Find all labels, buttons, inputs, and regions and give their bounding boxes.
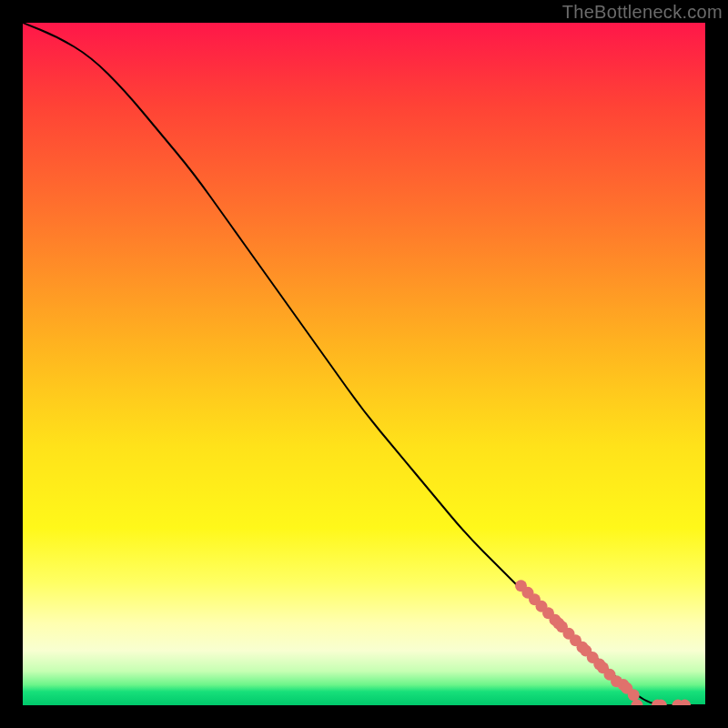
highlight-point [628, 689, 640, 701]
watermark-text: TheBottleneck.com [562, 2, 723, 23]
curve-line [23, 23, 705, 705]
chart-svg [23, 23, 705, 705]
plot-area [23, 23, 705, 705]
chart-frame: TheBottleneck.com [0, 0, 728, 728]
highlight-scatter [515, 580, 691, 705]
